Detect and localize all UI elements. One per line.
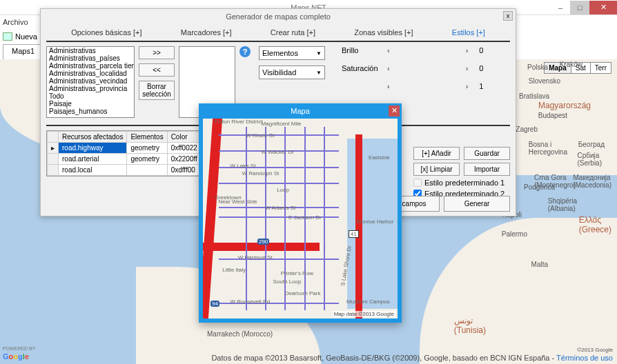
table-row[interactable]: road.local0xdfff00 bbox=[48, 165, 209, 176]
move-left-button[interactable]: << bbox=[139, 63, 175, 77]
slider-dec[interactable]: ‹ bbox=[387, 64, 390, 72]
list-item[interactable]: Paisajes_humanos bbox=[47, 108, 134, 115]
map-type-terr[interactable]: Terr bbox=[591, 63, 611, 73]
slider-inc[interactable]: › bbox=[466, 64, 469, 72]
slider-saturacion: Saturación ‹ › 0 bbox=[342, 64, 483, 72]
maximize-button[interactable]: □ bbox=[570, 1, 589, 14]
table-row[interactable]: road.arterialgeometry0x2200ff bbox=[48, 154, 209, 165]
shield-i290: 290 bbox=[257, 239, 269, 245]
area-label: Dearborn Park bbox=[284, 290, 320, 296]
slider-dec[interactable]: ‹ bbox=[387, 82, 390, 90]
map-preview[interactable]: Magnificent Mile Fulton River District W… bbox=[203, 119, 398, 318]
street-label: W Randolph St bbox=[242, 170, 279, 176]
tab-maps1[interactable]: Maps1 bbox=[3, 44, 43, 59]
table-row[interactable]: ▸road.highwaygeometry0xff0022 bbox=[48, 143, 209, 154]
list-item[interactable]: Administrativas_vecindad bbox=[47, 77, 134, 85]
area-label: Little Italy bbox=[222, 267, 246, 273]
terms-link[interactable]: Términos de uso bbox=[556, 354, 613, 362]
list-item[interactable]: Administrativas_países bbox=[47, 54, 134, 62]
street-label: Monroe Harbor bbox=[357, 219, 394, 225]
street-label: W Adams St bbox=[265, 205, 295, 211]
street-label: W Kinzie St bbox=[246, 132, 274, 139]
import-button[interactable]: Importar bbox=[464, 163, 510, 176]
area-label: Printer's Row bbox=[281, 270, 313, 276]
label-beograd: Београд bbox=[578, 141, 605, 148]
clear-button[interactable]: [x] Limpiar bbox=[413, 163, 460, 176]
street-label: Eastside bbox=[369, 154, 390, 161]
label-maked: Македонија (Macedonia) bbox=[573, 174, 611, 189]
label-polska: Polska bbox=[527, 63, 548, 71]
help-icon[interactable]: ? bbox=[239, 46, 251, 57]
dialog-title: Generador de mapas completo bbox=[226, 12, 331, 21]
label-podgorica: Podgorica bbox=[524, 183, 555, 191]
menu-file[interactable]: Archivo bbox=[3, 18, 28, 26]
move-right-button[interactable]: >> bbox=[139, 46, 175, 59]
slider-inc[interactable]: › bbox=[466, 46, 469, 54]
list-item[interactable]: Administrativas_parcela tierra bbox=[47, 62, 134, 70]
elementos-combo[interactable]: Elementos▼ bbox=[259, 46, 325, 60]
label-zagreb: Zagreb bbox=[516, 125, 538, 133]
label-ellada: Ελλάς (Greece) bbox=[579, 215, 611, 234]
close-button[interactable]: ✕ bbox=[589, 1, 617, 14]
street-label: Magnificent Mile bbox=[262, 121, 302, 127]
street-label: W Roosevelt Rd bbox=[230, 299, 270, 305]
shield-us41: 41 bbox=[349, 230, 359, 238]
list-item[interactable]: Todo bbox=[47, 92, 134, 100]
generate-button[interactable]: Generar bbox=[444, 196, 510, 212]
list-item[interactable]: Paisaje bbox=[47, 100, 134, 108]
minimize-button[interactable]: – bbox=[551, 1, 570, 14]
chevron-down-icon: ▼ bbox=[316, 70, 322, 76]
label-tunis: تونس (Tunisia) bbox=[454, 316, 486, 335]
tab-markers[interactable]: Marcadores [+] bbox=[181, 28, 232, 37]
area-label: South Loop bbox=[273, 279, 302, 285]
preset1-checkbox[interactable]: Estilo predeterminado 1 bbox=[413, 179, 510, 187]
styles-grid[interactable]: Recursos afectadosElementosColor ▸road.h… bbox=[46, 130, 210, 176]
area-label: Near West Side bbox=[219, 199, 257, 205]
street-label: W Wacker Dr bbox=[262, 149, 294, 155]
add-button[interactable]: [+] Añadir bbox=[413, 147, 460, 160]
label-bratislava: Bratislava bbox=[519, 92, 549, 100]
google-logo: POWERED BY Google bbox=[3, 346, 35, 361]
area-label: Museum Campus bbox=[346, 299, 390, 305]
label-palermo: Palermo bbox=[502, 230, 527, 238]
chevron-down-icon: ▼ bbox=[316, 50, 322, 57]
label-malta: Malta bbox=[531, 261, 548, 268]
shield-i94: 94 bbox=[210, 301, 219, 307]
street-label: W Lake St bbox=[230, 163, 255, 169]
map-preview-dialog: Mapa ✕ Magnificent Mile Fulton River Dis… bbox=[199, 103, 402, 323]
tab-basic[interactable]: Opciones básicas [+] bbox=[71, 28, 141, 37]
map-dialog-title-bar[interactable]: Mapa ✕ bbox=[199, 103, 402, 119]
label-maroc: Marrakech (Morocco) bbox=[207, 330, 273, 338]
tab-styles[interactable]: Estilos [+] bbox=[452, 28, 485, 37]
save-button[interactable]: Guardar bbox=[464, 147, 510, 160]
map-dialog-close-button[interactable]: ✕ bbox=[389, 105, 400, 117]
label-bosnia: Bosna i Hercegovina bbox=[529, 141, 567, 156]
new-button[interactable]: Nueva bbox=[3, 32, 37, 41]
list-item[interactable]: Administrativas bbox=[47, 47, 134, 54]
street-label: Fulton River District bbox=[215, 119, 263, 125]
dialog-title-bar: Generador de mapas completo x bbox=[41, 9, 516, 24]
list-item[interactable]: Administrativas_provincia bbox=[47, 85, 134, 92]
slider-dec[interactable]: ‹ bbox=[387, 46, 390, 54]
tab-route[interactable]: Crear ruta [+] bbox=[271, 28, 315, 37]
area-label: Loop bbox=[277, 187, 289, 193]
clear-selection-button[interactable]: Borrar selección bbox=[139, 81, 175, 100]
street-label: E Jackson Dr bbox=[288, 214, 322, 221]
feature-listbox[interactable]: Administrativas Administrativas_países A… bbox=[46, 46, 135, 118]
slider-gamma: ‹ › 1 bbox=[342, 82, 483, 90]
col-elementos[interactable]: Elementos bbox=[127, 132, 167, 143]
street-label: W Harrison St bbox=[238, 254, 273, 261]
label-budapest: Budapest bbox=[538, 112, 567, 119]
dialog-close-button[interactable]: x bbox=[503, 11, 513, 21]
label-krakow: Kraków bbox=[560, 61, 582, 68]
visibilidad-combo[interactable]: Visibilidad▼ bbox=[259, 65, 325, 79]
label-srbija: Србија (Serbia) bbox=[577, 152, 602, 167]
list-item[interactable]: Administrativas_localidad bbox=[47, 70, 134, 77]
slider-inc[interactable]: › bbox=[466, 82, 469, 90]
map-dialog-title: Mapa bbox=[291, 107, 310, 115]
col-color[interactable]: Color bbox=[167, 132, 201, 143]
col-recursos[interactable]: Recursos afectados bbox=[59, 132, 127, 143]
tab-zones[interactable]: Zonas visibles [+] bbox=[354, 28, 413, 37]
map-attribution: Datos de mapa ©2013 Basarsoft, GeoBasis-… bbox=[211, 354, 613, 362]
new-label: Nueva bbox=[15, 32, 37, 41]
